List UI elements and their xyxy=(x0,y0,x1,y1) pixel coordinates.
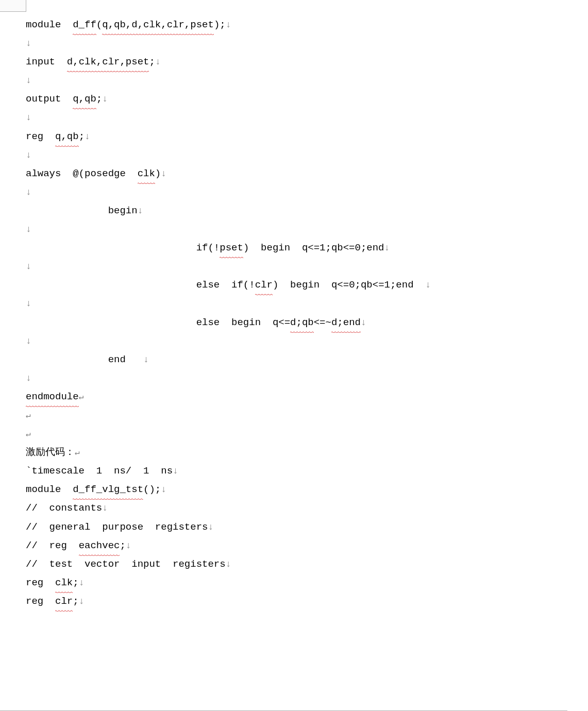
ident: clr xyxy=(55,592,73,611)
paragraph-icon: ↵ xyxy=(79,393,84,402)
code-page: module d_ff(q,qb,d,clk,clr,pset);↓ ↓ inp… xyxy=(0,0,588,611)
newline-icon: ↓ xyxy=(425,280,431,290)
punct: ) xyxy=(155,168,161,179)
code-line: ↓ xyxy=(26,183,588,201)
newline-icon: ↓ xyxy=(26,112,31,123)
code-line: ↓ xyxy=(26,146,588,164)
code-line: ↓ xyxy=(26,257,588,276)
punct: ; xyxy=(120,540,125,551)
kw-module: module xyxy=(26,19,73,30)
code-line: end ↓ xyxy=(26,350,588,369)
newline-icon: ↓ xyxy=(26,150,31,160)
text: ) begin q<=0;qb<=1;end xyxy=(273,279,425,291)
code-line: ↓ xyxy=(26,71,588,90)
code-line: begin↓ xyxy=(26,201,588,220)
newline-icon: ↓ xyxy=(26,373,31,383)
punct: ; xyxy=(73,596,78,607)
newline-icon: ↓ xyxy=(26,261,31,272)
code-line: // test vector input registers↓ xyxy=(26,555,588,573)
kw-input: input xyxy=(26,56,67,67)
paragraph-icon: ↵ xyxy=(26,430,31,439)
newline-icon: ↓ xyxy=(26,336,31,346)
newline-icon: ↓ xyxy=(79,596,85,606)
kw-end: end xyxy=(26,354,143,365)
kw-endmodule: endmodule xyxy=(26,387,79,406)
newline-icon: ↓ xyxy=(85,131,90,142)
kw-module: module xyxy=(26,484,73,495)
code-line: reg clr;↓ xyxy=(26,592,588,611)
kw-output: output xyxy=(26,93,73,105)
ident: eachvec xyxy=(79,536,120,555)
code-line: if(!pset) begin q<=1;qb<=0;end↓ xyxy=(26,239,588,257)
kw-reg: reg xyxy=(26,577,55,588)
code-line: ↓ xyxy=(26,294,588,313)
code-line: ↓ xyxy=(26,108,588,127)
newline-icon: ↓ xyxy=(126,540,131,551)
ident: clr xyxy=(255,276,273,294)
newline-icon: ↓ xyxy=(26,298,31,309)
ident: d_ff xyxy=(73,15,96,34)
code-line: else if(!clr) begin q<=0;qb<=1;end ↓ xyxy=(26,276,588,294)
text: `timescale 1 ns/ 1 ns xyxy=(26,465,173,477)
comment: // constants xyxy=(26,502,102,514)
text: else if(! xyxy=(26,279,255,291)
text: else begin q<= xyxy=(26,317,290,328)
ident: clk xyxy=(138,164,155,183)
newline-icon: ↓ xyxy=(155,57,161,67)
text: ) begin q<=1;qb<=0;end xyxy=(243,242,384,253)
text: <=~ xyxy=(314,317,331,328)
code-line: reg clk;↓ xyxy=(26,573,588,592)
ident: q,qb xyxy=(55,127,79,146)
document-container: module d_ff(q,qb,d,clk,clr,pset);↓ ↓ inp… xyxy=(0,0,588,711)
code-line: ↓ xyxy=(26,369,588,387)
ident: q,qb xyxy=(73,90,96,108)
code-line: ↓ xyxy=(26,332,588,350)
code-line: endmodule↵ xyxy=(26,387,588,406)
newline-icon: ↓ xyxy=(143,354,149,365)
newline-icon: ↓ xyxy=(226,20,231,30)
paragraph-icon: ↵ xyxy=(75,448,80,458)
punct: ); xyxy=(214,19,226,30)
punct: ; xyxy=(149,56,155,67)
text: if(! xyxy=(26,242,220,253)
newline-icon: ↓ xyxy=(208,522,213,532)
code-line: else begin q<=d;qb<=~d;end↓ xyxy=(26,313,588,332)
code-line: always @(posedge clk)↓ xyxy=(26,164,588,183)
code-line: `timescale 1 ns/ 1 ns↓ xyxy=(26,462,588,480)
code-line: input d,clk,clr,pset;↓ xyxy=(26,53,588,71)
code-line: // constants↓ xyxy=(26,499,588,517)
page-corner xyxy=(0,0,26,12)
comment: // reg xyxy=(26,540,79,551)
code-line: ↵ xyxy=(26,425,588,443)
code-line: ↓ xyxy=(26,34,588,53)
ident: q,qb,d,clk,clr,pset xyxy=(102,15,214,34)
ident: clk xyxy=(55,573,73,592)
ident: pset xyxy=(220,239,243,257)
newline-icon: ↓ xyxy=(361,317,366,328)
newline-icon: ↓ xyxy=(102,503,108,513)
code-line: reg q,qb;↓ xyxy=(26,127,588,146)
newline-icon: ↓ xyxy=(226,559,231,569)
code-line: module d_ff_vlg_tst();↓ xyxy=(26,480,588,499)
comment-cn: 激励代码： xyxy=(26,447,75,458)
code-line: 激励代码：↵ xyxy=(26,443,588,462)
newline-icon: ↓ xyxy=(384,243,390,253)
newline-icon: ↓ xyxy=(26,187,31,197)
code-line: // general purpose registers↓ xyxy=(26,518,588,536)
comment: // test vector input registers xyxy=(26,558,226,570)
punct: ; xyxy=(79,131,85,142)
code-line: ↵ xyxy=(26,406,588,425)
kw-reg: reg xyxy=(26,596,55,607)
newline-icon: ↓ xyxy=(26,224,31,234)
ident: d;end xyxy=(331,313,361,332)
newline-icon: ↓ xyxy=(26,38,31,48)
newline-icon: ↓ xyxy=(138,206,143,216)
code-line: ↓ xyxy=(26,220,588,239)
ident: d,clk,clr,pset xyxy=(67,53,149,71)
newline-icon: ↓ xyxy=(79,578,85,588)
ident: d;qb xyxy=(290,313,314,332)
punct: ; xyxy=(73,577,78,588)
code-line: // reg eachvec;↓ xyxy=(26,536,588,555)
ident: d_ff_vlg_tst xyxy=(73,480,143,499)
kw-always: always @(posedge xyxy=(26,168,138,179)
